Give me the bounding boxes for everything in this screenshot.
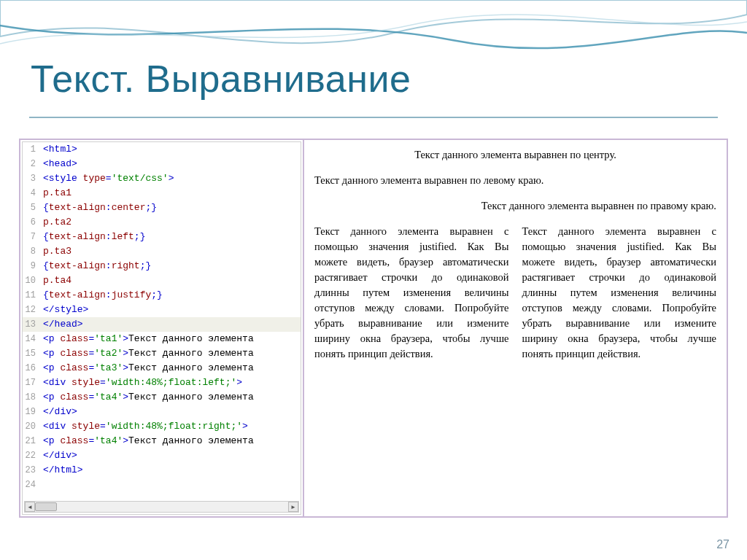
code-line: 14<p class='ta1'>Текст данного элемента	[23, 332, 301, 346]
code-line: 9{text-align:right;}	[23, 259, 301, 273]
code-line: 24	[23, 478, 301, 492]
page-number: 27	[716, 538, 729, 551]
code-line: 3<style type='text/css'>	[23, 171, 301, 186]
code-line: 8p.ta3	[23, 244, 301, 259]
code-line: 7{text-align:left;}	[23, 230, 301, 244]
code-editor-panel: 1<html>2<head>3<style type='text/css'>4p…	[20, 140, 304, 516]
code-line: 21<p class='ta4'>Текст данного элемента	[23, 434, 301, 448]
scrollbar-thumb[interactable]	[35, 502, 57, 511]
content-container: 1<html>2<head>3<style type='text/css'>4p…	[19, 139, 728, 518]
code-line: 6p.ta2	[23, 215, 301, 230]
justified-column-left: Текст данного элемента выравнен с помощь…	[314, 224, 509, 362]
code-line: 12</style>	[23, 303, 301, 317]
horizontal-scrollbar[interactable]: ◄ ►	[24, 501, 299, 513]
code-line: 17<div style='width:48%;float:left;'>	[23, 376, 301, 390]
code-line: 2<head>	[23, 157, 301, 171]
code-line: 10p.ta4	[23, 273, 301, 288]
code-line: 18<p class='ta4'>Текст данного элемента	[23, 390, 301, 405]
scroll-right-arrow-icon[interactable]: ►	[288, 502, 298, 512]
title-underline	[29, 117, 718, 118]
justified-columns: Текст данного элемента выравнен с помощь…	[314, 224, 716, 362]
paragraph-left: Текст данного элемента выравнен по левом…	[314, 173, 716, 188]
render-preview-panel: Текст данного элемента выравнен по центр…	[304, 140, 727, 516]
code-line: 23</html>	[23, 463, 301, 478]
code-line: 1<html>	[23, 142, 301, 157]
code-line: 16<p class='ta3'>Текст данного элемента	[23, 361, 301, 376]
code-editor[interactable]: 1<html>2<head>3<style type='text/css'>4p…	[22, 141, 301, 515]
slide: Текст. Выравнивание 1<html>2<head>3<styl…	[0, 0, 747, 560]
paragraph-center: Текст данного элемента выравнен по центр…	[314, 147, 716, 163]
code-line: 20<div style='width:48%;float:right;'>	[23, 419, 301, 434]
code-line: 15<p class='ta2'>Текст данного элемента	[23, 346, 301, 361]
justified-column-right: Текст данного элемента выравнен с помощь…	[522, 224, 717, 362]
code-line: 4p.ta1	[23, 186, 301, 201]
code-lines: 1<html>2<head>3<style type='text/css'>4p…	[23, 142, 301, 492]
scroll-left-arrow-icon[interactable]: ◄	[25, 502, 35, 512]
code-line: 22</div>	[23, 448, 301, 463]
code-line: 5{text-align:center;}	[23, 201, 301, 215]
code-line: 11{text-align:justify;}	[23, 288, 301, 303]
code-line: 13</head>	[23, 317, 301, 332]
slide-title: Текст. Выравнивание	[31, 57, 411, 101]
paragraph-right: Текст данного элемента выравнен по право…	[314, 198, 716, 214]
code-line: 19</div>	[23, 405, 301, 419]
